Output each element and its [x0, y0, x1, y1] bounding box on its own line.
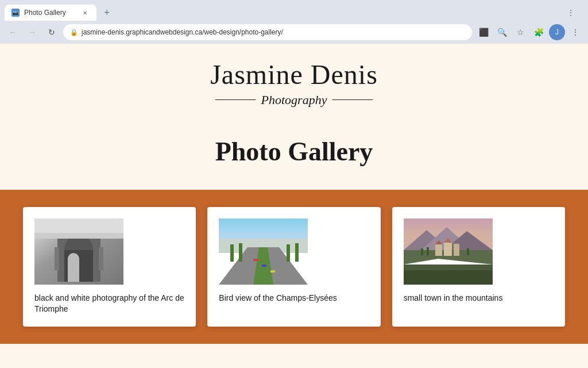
svg-rect-19	[262, 264, 266, 267]
tab-bar: 📷 Photo Gallery ✕ + ⋮	[0, 0, 588, 21]
browser-chrome: 📷 Photo Gallery ✕ + ⋮ ← → ↻ 🔒 jasmine-de…	[0, 0, 588, 44]
svg-rect-35	[404, 270, 493, 285]
svg-rect-26	[435, 244, 442, 256]
gallery-grid: black and white photography of the Arc d…	[23, 207, 565, 327]
chrome-menu-icon[interactable]: ⋮	[563, 5, 579, 21]
svg-rect-16	[287, 244, 290, 262]
svg-point-5	[68, 253, 79, 264]
address-bar-row: ← → ↻ 🔒 jasmine-denis.graphicandwebdesig…	[0, 21, 588, 44]
refresh-button[interactable]: ↻	[44, 24, 60, 40]
svg-rect-33	[467, 248, 469, 255]
extensions-icon[interactable]: 🧩	[531, 24, 547, 40]
page-title-section: Photo Gallery	[0, 119, 588, 190]
tab-favicon: 📷	[11, 9, 20, 17]
svg-rect-31	[421, 248, 423, 255]
svg-rect-9	[34, 233, 123, 239]
svg-rect-27	[444, 243, 452, 256]
page-content: Jasmine Denis Photography Photo Gallery	[0, 44, 588, 368]
search-icon[interactable]: 🔍	[494, 24, 510, 40]
avatar: J	[549, 24, 565, 40]
svg-rect-7	[99, 247, 103, 270]
back-button[interactable]: ←	[5, 24, 21, 40]
gallery-card-mountain-town[interactable]: small town in the mountains	[392, 207, 565, 327]
site-title-main: Jasmine Denis	[11, 60, 577, 90]
gallery-image-champs-elysees	[219, 218, 308, 285]
gallery-caption-champs-elysees: Bird view of the Champs-Elysées	[219, 293, 369, 304]
cast-icon[interactable]: ⬛	[475, 24, 492, 40]
gallery-image-mountain-town	[404, 218, 493, 285]
lock-icon: 🔒	[70, 29, 78, 36]
title-line-left	[215, 99, 256, 100]
svg-rect-32	[427, 247, 429, 255]
page-title: Photo Gallery	[11, 136, 577, 167]
gallery-card-arc-triomphe[interactable]: black and white photography of the Arc d…	[23, 207, 196, 327]
toolbar-icons: ⬛ 🔍 ☆ 🧩 J ⋮	[475, 24, 583, 40]
tab-title: Photo Gallery	[24, 9, 66, 17]
more-icon[interactable]: ⋮	[567, 24, 583, 40]
svg-rect-18	[253, 259, 258, 261]
svg-rect-28	[454, 244, 459, 256]
svg-rect-17	[295, 243, 299, 262]
gallery-image-arc-triomphe	[34, 218, 123, 285]
url-text: jasmine-denis.graphicandwebdesign.ca/web…	[82, 28, 283, 36]
bookmark-icon[interactable]: ☆	[512, 24, 528, 40]
forward-button[interactable]: →	[24, 24, 40, 40]
gallery-caption-arc-triomphe: black and white photography of the Arc d…	[34, 293, 184, 315]
svg-rect-20	[270, 270, 275, 273]
gallery-card-champs-elysees[interactable]: Bird view of the Champs-Elysées	[207, 207, 380, 327]
gallery-section: black and white photography of the Arc d…	[0, 190, 588, 344]
tab-close-button[interactable]: ✕	[80, 8, 90, 17]
site-title-sub: Photography	[261, 93, 327, 108]
gallery-caption-mountain-town: small town in the mountains	[404, 293, 554, 304]
new-tab-button[interactable]: +	[99, 5, 115, 21]
profile-icon[interactable]: J	[549, 24, 565, 40]
site-header: Jasmine Denis Photography	[0, 44, 588, 119]
svg-rect-6	[55, 247, 59, 270]
address-bar[interactable]: 🔒 jasmine-denis.graphicandwebdesign.ca/w…	[63, 24, 472, 40]
svg-rect-14	[230, 244, 234, 262]
svg-rect-15	[239, 243, 242, 262]
site-title-sub-row: Photography	[11, 93, 577, 108]
title-line-right	[332, 99, 373, 100]
active-tab[interactable]: 📷 Photo Gallery ✕	[5, 5, 96, 21]
